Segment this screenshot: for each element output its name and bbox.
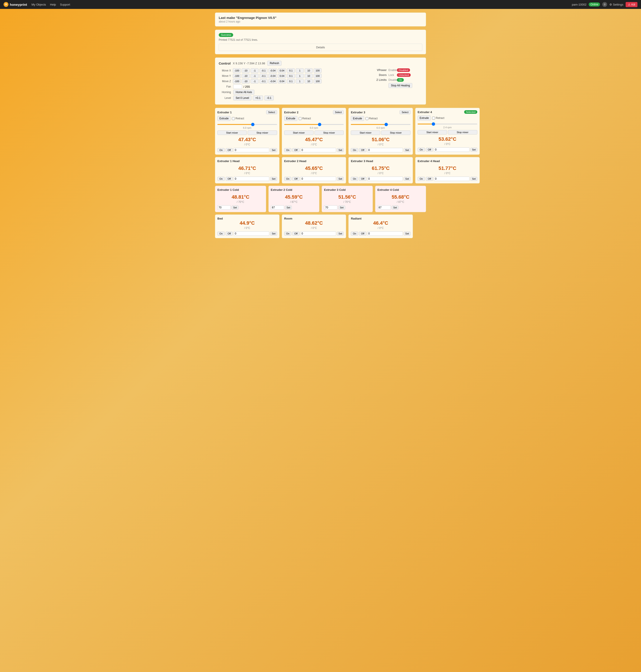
move-y-p10[interactable]: 10 [305, 74, 313, 78]
move-y-n004[interactable]: -0.04 [268, 74, 277, 78]
details-button[interactable]: Details [219, 44, 422, 51]
stop-mixer-button-3[interactable]: Stop mixer [381, 131, 410, 135]
stop-mixer-button-4[interactable]: Stop mixer [448, 130, 477, 135]
move-x-p10[interactable]: 10 [305, 68, 313, 73]
head-on-button-3[interactable]: On [351, 177, 358, 181]
move-z-p100[interactable]: 100 [314, 79, 322, 83]
home-all-axis-button[interactable]: Home All Axis [233, 90, 254, 95]
set-button-1[interactable]: Set [270, 148, 277, 152]
cold-set-button-3[interactable]: Set [338, 206, 345, 209]
set-button-3[interactable]: Set [404, 148, 411, 152]
fan-input[interactable] [233, 84, 242, 89]
move-x-n10[interactable]: -10 [242, 68, 250, 73]
move-z-p1[interactable]: 1 [296, 79, 304, 83]
extrude-button-1[interactable]: Extrude [217, 116, 231, 121]
retract-label-1[interactable]: Retract [232, 117, 244, 120]
select-button-2[interactable]: Select [333, 110, 344, 114]
head-temp-input-4[interactable] [434, 177, 469, 181]
cold-set-button-1[interactable]: Set [232, 206, 238, 209]
move-x-n100[interactable]: -100 [233, 68, 241, 73]
retract-label-2[interactable]: Retract [299, 117, 311, 120]
head-off-button-4[interactable]: Off [426, 177, 433, 181]
room-temp-input[interactable] [300, 231, 336, 236]
start-mixer-button-1[interactable]: Start mixer [217, 131, 247, 135]
head-temp-input-3[interactable] [367, 177, 403, 181]
retract-checkbox-3[interactable] [366, 117, 368, 120]
set-0-level-button[interactable]: Set 0 Level [233, 96, 251, 100]
retract-checkbox-2[interactable] [299, 117, 302, 120]
room-set-button[interactable]: Set [337, 232, 344, 236]
move-x-p1[interactable]: 1 [296, 68, 304, 73]
off-button-1[interactable]: Off [226, 148, 233, 152]
move-z-p10[interactable]: 10 [305, 79, 313, 83]
head-off-button-2[interactable]: Off [292, 177, 299, 181]
cold-temp-input-2[interactable] [271, 205, 284, 210]
refresh-button[interactable]: Refresh [267, 61, 282, 66]
move-z-n100[interactable]: -100 [233, 79, 241, 83]
start-mixer-button-4[interactable]: Start mixer [418, 130, 447, 135]
nav-help[interactable]: Help [50, 3, 56, 6]
move-y-p1[interactable]: 1 [296, 74, 304, 78]
cold-temp-input-3[interactable] [324, 205, 338, 210]
nav-support[interactable]: Support [60, 3, 70, 6]
move-x-n004[interactable]: -0.04 [268, 68, 277, 73]
retract-label-4[interactable]: Retract [432, 116, 444, 120]
level-minus-button[interactable]: -0.1 [264, 96, 274, 100]
radiant-off-button[interactable]: Off [359, 232, 366, 236]
radiant-on-button[interactable]: On [351, 232, 358, 236]
nav-my-objects[interactable]: My Objects [32, 3, 46, 6]
bed-temp-input[interactable] [234, 231, 269, 236]
temp-input-4[interactable] [434, 147, 469, 152]
head-set-button-4[interactable]: Set [470, 177, 477, 181]
extrude-button-2[interactable]: Extrude [284, 116, 297, 121]
speed-slider-1[interactable] [217, 124, 277, 125]
speed-slider-2[interactable] [284, 124, 344, 125]
move-z-n10[interactable]: -10 [242, 79, 250, 83]
extrude-button-3[interactable]: Extrude [351, 116, 364, 121]
on-button-1[interactable]: On [217, 148, 225, 152]
room-off-button[interactable]: Off [292, 232, 299, 236]
temp-input-3[interactable] [367, 148, 403, 152]
start-mixer-button-3[interactable]: Start mixer [351, 131, 380, 135]
head-on-button-1[interactable]: On [217, 177, 225, 181]
level-plus-button[interactable]: +0.1 [253, 96, 263, 100]
retract-checkbox-1[interactable] [232, 117, 235, 120]
cold-set-button-4[interactable]: Set [392, 206, 399, 209]
move-z-n1[interactable]: -1 [250, 79, 259, 83]
radiant-set-button[interactable]: Set [404, 232, 411, 236]
head-off-button-3[interactable]: Off [359, 177, 366, 181]
move-x-p004[interactable]: 0.04 [278, 68, 286, 73]
move-y-p100[interactable]: 100 [314, 74, 322, 78]
move-y-n01[interactable]: -0.1 [259, 74, 268, 78]
bed-off-button[interactable]: Off [226, 232, 233, 236]
start-mixer-button-2[interactable]: Start mixer [284, 131, 314, 135]
settings-button[interactable]: ⚙ Settings [609, 3, 624, 6]
temp-input-2[interactable] [300, 148, 336, 152]
move-y-n100[interactable]: -100 [233, 74, 241, 78]
retract-label-3[interactable]: Retract [366, 117, 378, 120]
off-button-3[interactable]: Off [359, 148, 366, 152]
select-button-1[interactable]: Select [266, 110, 277, 114]
stop-mixer-button-1[interactable]: Stop mixer [248, 131, 277, 135]
temp-input-1[interactable] [234, 148, 269, 152]
cold-temp-input-1[interactable] [217, 205, 231, 210]
stop-mixer-button-2[interactable]: Stop mixer [314, 131, 344, 135]
bed-set-button[interactable]: Set [270, 232, 277, 236]
room-on-button[interactable]: On [284, 232, 291, 236]
radiant-temp-input[interactable] [367, 231, 403, 236]
off-button-4[interactable]: Off [426, 148, 433, 152]
cold-set-button-2[interactable]: Set [285, 206, 292, 209]
move-z-p004[interactable]: 0.04 [278, 79, 286, 83]
move-x-p100[interactable]: 100 [314, 68, 322, 73]
speed-slider-4[interactable] [418, 124, 477, 124]
move-x-p01[interactable]: 0.1 [287, 68, 295, 73]
move-y-p01[interactable]: 0.1 [287, 74, 295, 78]
on-button-3[interactable]: On [351, 148, 358, 152]
head-off-button-1[interactable]: Off [226, 177, 233, 181]
on-button-2[interactable]: On [284, 148, 291, 152]
head-on-button-4[interactable]: On [418, 177, 425, 181]
select-button-3[interactable]: Select [399, 110, 410, 114]
move-y-n10[interactable]: -10 [242, 74, 250, 78]
stop-all-heating-button[interactable]: Stop All Heating [388, 83, 412, 88]
extrude-button-4[interactable]: Extrude [418, 115, 431, 121]
